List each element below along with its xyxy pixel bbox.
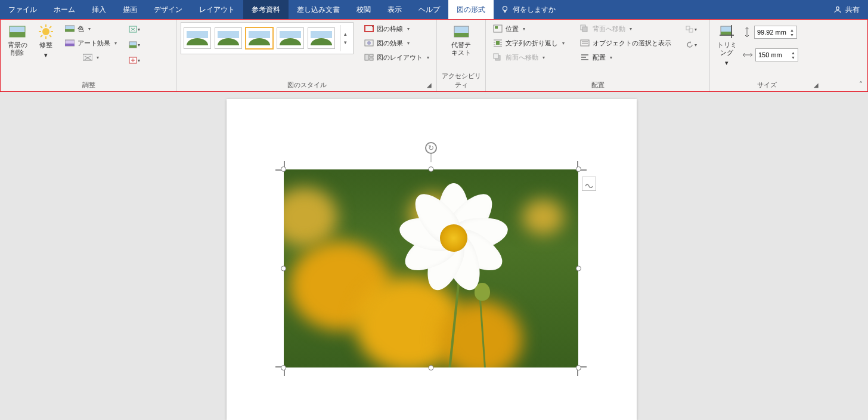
style-thumb-4[interactable] <box>277 27 304 49</box>
tab-home[interactable]: ホーム <box>45 0 83 19</box>
collapse-ribbon-button[interactable]: ˄ <box>859 81 863 89</box>
layout-icon <box>364 52 374 62</box>
height-input[interactable]: 99.92 mm▲▼ <box>754 26 797 39</box>
handle-e[interactable] <box>576 266 581 271</box>
gallery-more-button[interactable]: ▴▾ <box>340 25 351 51</box>
selection-pane-button[interactable]: オブジェクトの選択と表示 <box>576 36 675 50</box>
svg-rect-26 <box>370 54 373 57</box>
picture-border-button[interactable]: 図の枠線▾ <box>361 22 433 35</box>
width-spinner[interactable]: ▲▼ <box>791 51 795 60</box>
corrections-button[interactable]: 修整 ▾ <box>33 22 59 61</box>
position-label: 位置 <box>506 24 519 33</box>
picture-layout-button[interactable]: 図のレイアウト▾ <box>361 51 433 64</box>
svg-point-0 <box>503 7 507 11</box>
size-dialog-launcher[interactable]: ◢ <box>814 82 821 89</box>
alt-text-icon <box>453 24 470 39</box>
align-button[interactable]: 配置▾ <box>576 51 675 64</box>
handle-nw[interactable] <box>281 166 286 172</box>
send-back-label: 背面へ移動 <box>593 24 625 33</box>
handle-se[interactable] <box>576 365 581 370</box>
tab-view[interactable]: 表示 <box>379 0 410 19</box>
rotate-button[interactable]: ▾ <box>683 38 699 52</box>
svg-line-11 <box>49 26 51 28</box>
rotate-handle[interactable]: ↻ <box>425 142 437 154</box>
tab-draw[interactable]: 描画 <box>114 0 145 19</box>
artistic-effects-button[interactable]: アート効果▾ <box>61 36 120 50</box>
group-arrange-label: 配置 <box>489 79 706 91</box>
align-icon <box>580 52 590 62</box>
remove-background-button[interactable]: 背景の削除 <box>4 22 30 59</box>
svg-rect-41 <box>721 32 731 35</box>
selection-pane-label: オブジェクトの選択と表示 <box>593 39 671 48</box>
handle-sw[interactable] <box>281 365 286 370</box>
lightbulb-icon <box>501 5 509 14</box>
tab-review[interactable]: 校閲 <box>348 0 379 19</box>
tab-picture-format[interactable]: 図の形式 <box>448 0 494 19</box>
tab-file[interactable]: ファイル <box>0 0 45 19</box>
share-button[interactable]: 共有 <box>825 0 868 19</box>
artistic-label: アート効果 <box>78 39 110 48</box>
tab-layout[interactable]: レイアウト <box>191 0 243 19</box>
svg-line-12 <box>41 35 42 37</box>
picture-effects-button[interactable]: 図の効果▾ <box>361 36 433 50</box>
position-icon <box>493 24 503 33</box>
handle-n[interactable] <box>429 166 434 172</box>
styles-dialog-launcher[interactable]: ◢ <box>427 82 434 89</box>
svg-rect-25 <box>365 54 368 60</box>
handle-s[interactable] <box>429 365 434 370</box>
group-picture-styles: ▴▾ 図の枠線▾ 図の効果▾ 図のレイアウト▾ 図のスタイル ◢ <box>177 20 437 91</box>
tell-me[interactable]: 何をしますか <box>494 0 563 19</box>
remove-bg-label-1: 背景の <box>8 41 27 48</box>
style-thumb-2[interactable] <box>215 27 242 49</box>
alt-text-button[interactable]: 代替テキスト <box>448 22 475 59</box>
artistic-icon <box>65 38 75 48</box>
svg-point-24 <box>367 41 371 45</box>
page: ↻ <box>227 99 637 420</box>
tab-mailings[interactable]: 差し込み文書 <box>289 0 348 19</box>
wrap-text-button[interactable]: 文字列の折り返し▾ <box>489 36 568 50</box>
handle-w[interactable] <box>281 266 286 271</box>
group-adjust: 背景の削除 修整 ▾ 色▾ アート効果▾ ▾ <box>1 20 177 91</box>
transparency-icon <box>83 52 92 62</box>
selection-icon <box>580 38 590 48</box>
document-area: ↻ <box>0 92 868 420</box>
handle-ne[interactable] <box>576 166 581 172</box>
color-button[interactable]: 色▾ <box>61 22 120 35</box>
style-thumb-1[interactable] <box>184 27 211 49</box>
tab-references[interactable]: 参考資料 <box>243 0 289 19</box>
selected-image[interactable]: ↻ <box>284 169 578 368</box>
color-icon <box>65 24 75 33</box>
height-spinner[interactable]: ▲▼ <box>790 28 794 37</box>
transparency-button[interactable]: ▾ <box>61 51 120 64</box>
compress-pictures-button[interactable]: ▾ <box>126 22 142 36</box>
crop-button[interactable]: トリミング ▾ <box>714 22 740 69</box>
svg-rect-37 <box>581 40 589 46</box>
style-thumb-5[interactable] <box>308 27 335 49</box>
svg-rect-32 <box>496 41 500 45</box>
svg-rect-20 <box>129 45 137 48</box>
tab-help[interactable]: ヘルプ <box>410 0 448 19</box>
style-thumb-3[interactable] <box>246 27 273 49</box>
menu-spacer <box>563 0 825 19</box>
width-value: 150 mm <box>758 51 782 58</box>
group-objects-button[interactable]: ▾ <box>683 22 699 36</box>
alt-text-label-2: キスト <box>451 49 471 56</box>
svg-rect-34 <box>494 54 498 58</box>
change-picture-button[interactable]: ▾ <box>126 38 142 52</box>
send-backward-button[interactable]: 背面へ移動▾ <box>576 22 675 35</box>
layout-options-button[interactable] <box>582 177 596 191</box>
width-input[interactable]: 150 mm▲▼ <box>755 48 798 61</box>
alt-text-label-1: 代替テ <box>451 41 471 48</box>
tab-insert[interactable]: 挿入 <box>83 0 114 19</box>
reset-picture-button[interactable]: ▾ <box>126 53 142 67</box>
svg-rect-14 <box>65 29 75 32</box>
tab-design[interactable]: デザイン <box>145 0 191 19</box>
width-icon <box>742 50 753 60</box>
wrap-label: 文字列の折り返し <box>506 39 558 48</box>
align-label: 配置 <box>593 53 606 62</box>
bring-forward-button[interactable]: 前面へ移動▾ <box>489 51 568 64</box>
corrections-label: 修整 <box>39 41 52 49</box>
svg-point-1 <box>836 7 839 10</box>
wrap-icon <box>493 38 503 48</box>
position-button[interactable]: 位置▾ <box>489 22 568 35</box>
